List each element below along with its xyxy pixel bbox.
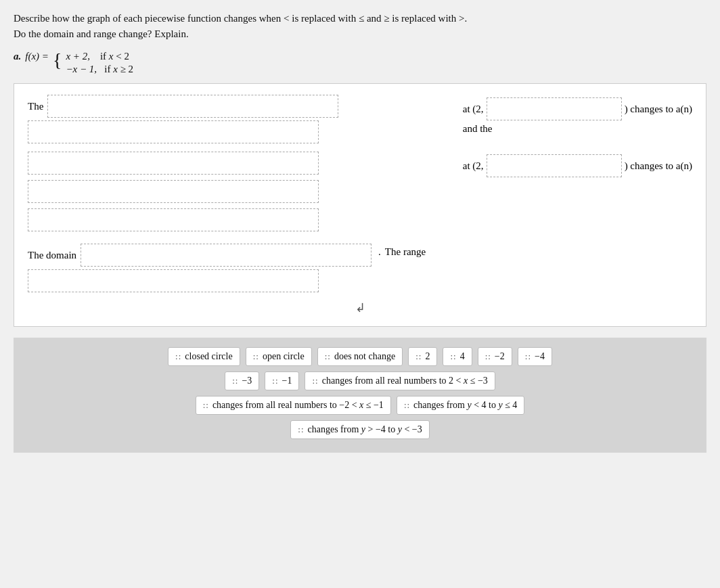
chip-closed-circle[interactable]: :: closed circle — [168, 347, 240, 366]
fill-the-box[interactable] — [47, 95, 338, 118]
fill-domain-box[interactable] — [81, 244, 372, 267]
main-content-area: The at (2, ) changes to a(n) and the — [14, 83, 706, 327]
piece2-expr: −x − 1, — [66, 64, 97, 74]
chip-open-circle[interactable]: :: open circle — [246, 347, 312, 366]
chip-two[interactable]: :: 2 — [408, 347, 437, 366]
domain-label: The domain — [28, 250, 76, 261]
chip-changes-y-neg4[interactable]: :: changes from y > −4 to y < −3 — [290, 420, 429, 439]
chip-label: −4 — [535, 351, 545, 362]
chip-neg-four[interactable]: :: −4 — [518, 347, 552, 366]
chip-dots: :: — [450, 351, 456, 362]
page: Describe how the graph of each piecewise… — [0, 0, 720, 588]
chip-dots: :: — [415, 351, 422, 362]
piece1-expr: x + 2, — [66, 51, 90, 62]
range-label: The range — [385, 246, 426, 258]
instruction-line2: Do the domain and range change? Explain. — [14, 26, 706, 42]
drag-row-1: :: closed circle :: open circle :: does … — [24, 347, 696, 366]
chip-dots: :: — [203, 400, 209, 411]
chip-dots: :: — [325, 351, 331, 362]
chip-label: changes from all real numbers to −2 < x … — [212, 400, 384, 411]
chip-label: −3 — [242, 376, 252, 386]
cursor-indicator: ↲ — [28, 300, 692, 315]
chip-dots: :: — [253, 351, 259, 362]
and-the-label: and the — [463, 123, 493, 135]
chip-dots: :: — [525, 351, 531, 362]
fill-at2-box[interactable] — [487, 97, 622, 120]
chip-label: changes from all real numbers to 2 < x ≤… — [322, 376, 488, 386]
chip-changes-allreal-2[interactable]: :: changes from all real numbers to 2 < … — [305, 371, 495, 390]
chip-neg-three[interactable]: :: −3 — [225, 371, 259, 390]
chip-label: changes from y > −4 to y < −3 — [308, 424, 422, 435]
chip-dots: :: — [232, 376, 238, 386]
instructions: Describe how the graph of each piecewise… — [14, 11, 706, 41]
instruction-line1: Describe how the graph of each piecewise… — [14, 11, 706, 26]
chip-label: does not change — [334, 351, 395, 362]
drag-row-3: :: changes from all real numbers to −2 <… — [24, 396, 696, 415]
fill-domain-box2[interactable] — [28, 269, 319, 292]
fill-second-box2[interactable] — [28, 180, 319, 203]
chip-four[interactable]: :: 4 — [443, 347, 472, 366]
drag-row-4: :: changes from y > −4 to y < −3 — [24, 420, 696, 439]
changes-to-an2-label: ) changes to a(n) — [625, 160, 692, 172]
chip-changes-allreal-neg2[interactable]: :: changes from all real numbers to −2 <… — [196, 396, 391, 415]
open-brace: { — [53, 51, 62, 70]
chip-dots: :: — [312, 376, 318, 386]
drag-row-2: :: −3 :: −1 :: changes from all real num… — [24, 371, 696, 390]
range-separator: . — [378, 246, 381, 258]
the-label: The — [28, 101, 43, 112]
piece2-cond: if x ≥ 2 — [104, 64, 133, 74]
fill-at2b-box[interactable] — [487, 154, 622, 177]
domain-range-section: The domain . The range — [28, 244, 692, 295]
piece1: x + 2, if x < 2 — [66, 51, 133, 62]
chip-dots: :: — [404, 400, 410, 411]
chip-dots: :: — [485, 351, 491, 362]
problem-label: a. — [14, 51, 21, 62]
chip-dots: :: — [272, 376, 278, 386]
chip-dots: :: — [175, 351, 181, 362]
function-name: f(x) = — [25, 51, 49, 62]
changes-to-an-label: ) changes to a(n) — [625, 104, 692, 115]
at-2b-label: at (2, — [463, 160, 484, 172]
drag-chips-area: :: closed circle :: open circle :: does … — [14, 338, 706, 453]
piece2: −x − 1, if x ≥ 2 — [66, 64, 133, 75]
at-2-label: at (2, — [463, 104, 484, 115]
chip-label: −2 — [495, 351, 505, 362]
chip-does-not-change[interactable]: :: does not change — [317, 347, 403, 366]
chip-dots: :: — [298, 424, 304, 435]
chip-changes-y4[interactable]: :: changes from y < 4 to y ≤ 4 — [397, 396, 524, 415]
function-definition: a. f(x) = { x + 2, if x < 2 −x − 1, if x… — [14, 51, 706, 75]
chip-label: 4 — [460, 351, 465, 362]
chip-neg-one[interactable]: :: −1 — [265, 371, 299, 390]
fill-the-box2[interactable] — [28, 120, 319, 143]
chip-label: open circle — [263, 351, 305, 362]
chip-neg-two[interactable]: :: −2 — [478, 347, 512, 366]
chip-label: 2 — [425, 351, 430, 362]
fill-second-box[interactable] — [28, 152, 319, 175]
fill-second-box3[interactable] — [28, 208, 319, 231]
chip-label: changes from y < 4 to y ≤ 4 — [413, 400, 517, 411]
chip-label: closed circle — [185, 351, 232, 362]
piecewise-lines: x + 2, if x < 2 −x − 1, if x ≥ 2 — [66, 51, 133, 75]
chip-label: −1 — [282, 376, 292, 386]
piece1-cond: if x < 2 — [100, 51, 129, 62]
